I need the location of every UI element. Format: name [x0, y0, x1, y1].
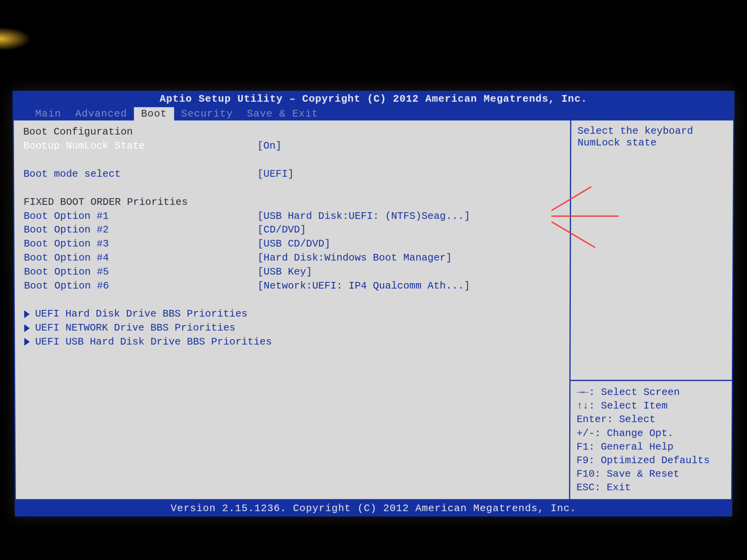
boot-option-6[interactable]: Boot Option #6 [Network:UEFI: IP4 Qualco… — [24, 279, 561, 293]
section-boot-config: Boot Configuration — [23, 125, 258, 139]
content-area: Boot Configuration Bootup NumLock State … — [12, 121, 734, 500]
boot-option-2-value: [CD/DVD] — [258, 223, 561, 237]
boot-option-1[interactable]: Boot Option #1 [USB Hard Disk:UEFI: (NTF… — [24, 209, 561, 223]
option-boot-mode-value: [UEFI] — [257, 167, 561, 181]
key-hint: Enter: Select — [577, 413, 725, 427]
boot-option-5-label: Boot Option #5 — [24, 265, 257, 279]
boot-option-6-value: [Network:UEFI: IP4 Qualcomm Ath...] — [258, 279, 560, 293]
key-hint: ESC: Exit — [577, 481, 725, 495]
title-bar: Aptio Setup Utility – Copyright (C) 2012… — [12, 91, 735, 107]
boot-option-4[interactable]: Boot Option #4 [Hard Disk:Windows Boot M… — [24, 251, 560, 265]
tab-save-exit[interactable]: Save & Exit — [240, 107, 325, 121]
tab-security[interactable]: Security — [174, 107, 240, 121]
submenu-label: UEFI NETWORK Drive BBS Priorities — [35, 321, 235, 335]
submenu-uefi-usb-hdd-bbs[interactable]: UEFI USB Hard Disk Drive BBS Priorities — [24, 335, 560, 349]
main-panel: Boot Configuration Bootup NumLock State … — [14, 121, 571, 499]
side-panel: Select the keyboard NumLock state →←: Se… — [570, 121, 733, 499]
help-text-panel: Select the keyboard NumLock state — [570, 121, 733, 381]
ambient-glow — [0, 27, 31, 51]
boot-option-4-label: Boot Option #4 — [24, 251, 258, 265]
boot-option-2[interactable]: Boot Option #2 [CD/DVD] — [24, 223, 561, 237]
key-hint: F9: Optimized Defaults — [577, 454, 725, 467]
key-legend-panel: →←: Select Screen ↑↓: Select Item Enter:… — [570, 381, 732, 499]
option-numlock-label: Bootup NumLock State — [23, 139, 258, 153]
key-hint: F10: Save & Reset — [577, 467, 725, 481]
key-hint: +/-: Change Opt. — [577, 427, 725, 440]
boot-option-5[interactable]: Boot Option #5 [USB Key] — [24, 265, 560, 279]
triangle-icon — [24, 324, 30, 332]
submenu-uefi-hdd-bbs[interactable]: UEFI Hard Disk Drive BBS Priorities — [24, 307, 560, 321]
triangle-icon — [24, 310, 30, 318]
submenu-label: UEFI USB Hard Disk Drive BBS Priorities — [35, 335, 272, 349]
key-hint: F1: General Help — [577, 440, 725, 454]
boot-option-4-value: [Hard Disk:Windows Boot Manager] — [258, 251, 561, 265]
option-boot-mode[interactable]: Boot mode select [UEFI] — [23, 167, 561, 181]
option-numlock[interactable]: Bootup NumLock State [On] — [23, 139, 561, 153]
boot-option-5-value: [USB Key] — [258, 265, 560, 279]
submenu-label: UEFI Hard Disk Drive BBS Priorities — [35, 307, 247, 321]
tab-bar: Main Advanced Boot Security Save & Exit — [12, 107, 734, 121]
key-hint: ↑↓: Select Item — [577, 399, 726, 413]
triangle-icon — [24, 338, 30, 346]
tab-main[interactable]: Main — [28, 107, 68, 121]
footer-bar: Version 2.15.1236. Copyright (C) 2012 Am… — [15, 500, 733, 516]
bios-setup-screen: Aptio Setup Utility – Copyright (C) 2012… — [12, 91, 735, 516]
key-hint: →←: Select Screen — [577, 386, 726, 399]
boot-option-2-label: Boot Option #2 — [24, 223, 258, 237]
boot-option-1-value: [USB Hard Disk:UEFI: (NTFS)Seag...] — [258, 209, 561, 223]
tab-advanced[interactable]: Advanced — [68, 107, 134, 121]
option-boot-mode-label: Boot mode select — [23, 167, 257, 181]
boot-option-6-label: Boot Option #6 — [24, 279, 258, 293]
boot-option-3-value: [USB CD/DVD] — [258, 237, 561, 251]
help-line: Select the keyboard — [577, 125, 727, 137]
help-line: NumLock state — [577, 137, 727, 149]
boot-option-3-label: Boot Option #3 — [24, 237, 258, 251]
submenu-uefi-network-bbs[interactable]: UEFI NETWORK Drive BBS Priorities — [24, 321, 560, 335]
boot-option-3[interactable]: Boot Option #3 [USB CD/DVD] — [24, 237, 560, 251]
tab-boot[interactable]: Boot — [134, 107, 174, 121]
option-numlock-value: [On] — [257, 139, 561, 153]
section-fixed-boot-order: FIXED BOOT ORDER Priorities — [24, 195, 258, 209]
boot-option-1-label: Boot Option #1 — [24, 209, 258, 223]
